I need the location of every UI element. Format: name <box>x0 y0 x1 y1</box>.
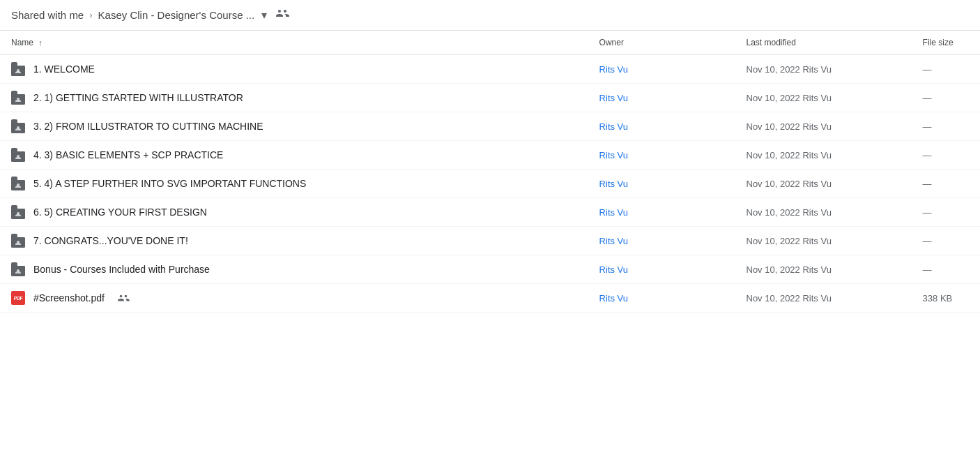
cell-name: 3. 2) FROM ILLUSTRATOR TO CUTTING MACHIN… <box>0 112 588 141</box>
cell-modified: Nov 10, 2022 Rits Vu <box>735 255 912 284</box>
folder-shared-icon <box>11 177 25 190</box>
cell-name: 6. 5) CREATING YOUR FIRST DESIGN <box>0 198 588 227</box>
svg-point-11 <box>17 212 20 215</box>
size-text: — <box>923 93 932 103</box>
cell-name: PDF #Screenshot.pdf <box>0 284 588 313</box>
modified-text: Nov 10, 2022 Rits Vu <box>747 121 832 132</box>
size-text: — <box>923 207 932 218</box>
file-name: 1. WELCOME <box>33 63 95 75</box>
cell-owner: Rits Vu <box>588 141 735 170</box>
table-row[interactable]: 2. 1) GETTING STARTED WITH ILLUSTRATOR R… <box>0 84 980 112</box>
folder-shared-icon <box>11 262 25 276</box>
owner-link[interactable]: Rits Vu <box>599 207 628 218</box>
folder-shared-icon <box>11 91 25 105</box>
people-badge <box>117 293 130 303</box>
table-row[interactable]: 4. 3) BASIC ELEMENTS + SCP PRACTICE Rits… <box>0 141 980 170</box>
owner-link[interactable]: Rits Vu <box>599 293 628 304</box>
cell-name: 4. 3) BASIC ELEMENTS + SCP PRACTICE <box>0 141 588 170</box>
cell-name: 5. 4) A STEP FURTHER INTO SVG IMPORTANT … <box>0 170 588 198</box>
table-row[interactable]: Bonus - Courses Included with Purchase R… <box>0 255 980 284</box>
table-row[interactable]: 3. 2) FROM ILLUSTRATOR TO CUTTING MACHIN… <box>0 112 980 141</box>
size-text: — <box>923 150 932 160</box>
col-header-owner[interactable]: Owner <box>588 31 735 55</box>
svg-point-9 <box>17 183 20 186</box>
owner-link[interactable]: Rits Vu <box>599 179 628 189</box>
file-name: 7. CONGRATS...YOU'VE DONE IT! <box>33 235 188 246</box>
cell-modified: Nov 10, 2022 Rits Vu <box>735 227 912 255</box>
col-header-size[interactable]: File size <box>912 31 980 55</box>
svg-point-3 <box>17 98 20 100</box>
svg-point-7 <box>17 155 20 158</box>
size-text: — <box>923 236 932 246</box>
cell-owner: Rits Vu <box>588 227 735 255</box>
cell-name: 1. WELCOME <box>0 55 588 84</box>
owner-link[interactable]: Rits Vu <box>599 93 628 103</box>
modified-text: Nov 10, 2022 Rits Vu <box>747 64 832 75</box>
cell-size: — <box>912 198 980 227</box>
owner-link[interactable]: Rits Vu <box>599 64 628 75</box>
modified-text: Nov 10, 2022 Rits Vu <box>747 207 832 218</box>
cell-owner: Rits Vu <box>588 55 735 84</box>
modified-text: Nov 10, 2022 Rits Vu <box>747 236 832 246</box>
svg-point-15 <box>17 269 20 272</box>
dropdown-icon[interactable]: ▾ <box>261 8 267 22</box>
folder-shared-icon <box>11 119 25 133</box>
cell-owner: Rits Vu <box>588 170 735 198</box>
modified-text: Nov 10, 2022 Rits Vu <box>747 264 832 275</box>
owner-link[interactable]: Rits Vu <box>599 236 628 246</box>
breadcrumb-shared[interactable]: Shared with me <box>11 9 84 21</box>
svg-point-1 <box>17 69 20 72</box>
table-row[interactable]: 5. 4) A STEP FURTHER INTO SVG IMPORTANT … <box>0 170 980 198</box>
file-name: 2. 1) GETTING STARTED WITH ILLUSTRATOR <box>33 92 243 103</box>
cell-size: — <box>912 112 980 141</box>
table-row[interactable]: 1. WELCOME Rits Vu Nov 10, 2022 Rits Vu … <box>0 55 980 84</box>
modified-text: Nov 10, 2022 Rits Vu <box>747 179 832 189</box>
cell-size: — <box>912 84 980 112</box>
cell-modified: Nov 10, 2022 Rits Vu <box>735 84 912 112</box>
pdf-icon: PDF <box>11 291 25 305</box>
owner-link[interactable]: Rits Vu <box>599 264 628 275</box>
cell-owner: Rits Vu <box>588 84 735 112</box>
size-text: — <box>923 64 932 75</box>
file-name: 4. 3) BASIC ELEMENTS + SCP PRACTICE <box>33 149 223 160</box>
file-table: Name ↑ Owner Last modified File size <box>0 31 980 313</box>
cell-owner: Rits Vu <box>588 255 735 284</box>
breadcrumb-current[interactable]: Kasey Clin - Designer's Course ... <box>98 9 255 21</box>
cell-owner: Rits Vu <box>588 284 735 313</box>
shared-people-icon[interactable] <box>275 8 289 22</box>
owner-link[interactable]: Rits Vu <box>599 150 628 160</box>
cell-size: — <box>912 255 980 284</box>
table-row[interactable]: 6. 5) CREATING YOUR FIRST DESIGN Rits Vu… <box>0 198 980 227</box>
cell-name: 7. CONGRATS...YOU'VE DONE IT! <box>0 227 588 255</box>
col-header-name[interactable]: Name ↑ <box>0 31 588 55</box>
header: Shared with me › Kasey Clin - Designer's… <box>0 0 980 31</box>
folder-shared-icon <box>11 205 25 219</box>
cell-size: — <box>912 170 980 198</box>
size-text: — <box>923 121 932 132</box>
folder-shared-icon <box>11 148 25 162</box>
breadcrumb-separator: › <box>89 10 92 20</box>
modified-text: Nov 10, 2022 Rits Vu <box>747 293 832 304</box>
cell-modified: Nov 10, 2022 Rits Vu <box>735 112 912 141</box>
cell-size: — <box>912 227 980 255</box>
size-text: 338 KB <box>923 293 953 304</box>
cell-modified: Nov 10, 2022 Rits Vu <box>735 284 912 313</box>
modified-text: Nov 10, 2022 Rits Vu <box>747 150 832 160</box>
size-text: — <box>923 179 932 189</box>
owner-link[interactable]: Rits Vu <box>599 121 628 132</box>
cell-modified: Nov 10, 2022 Rits Vu <box>735 141 912 170</box>
file-name: Bonus - Courses Included with Purchase <box>33 264 210 275</box>
svg-point-5 <box>17 126 20 129</box>
cell-name: 2. 1) GETTING STARTED WITH ILLUSTRATOR <box>0 84 588 112</box>
table-row[interactable]: 7. CONGRATS...YOU'VE DONE IT! Rits Vu No… <box>0 227 980 255</box>
modified-text: Nov 10, 2022 Rits Vu <box>747 93 832 103</box>
cell-size: 338 KB <box>912 284 980 313</box>
folder-shared-icon <box>11 62 25 76</box>
folder-shared-icon <box>11 234 25 248</box>
col-header-modified[interactable]: Last modified <box>735 31 912 55</box>
cell-owner: Rits Vu <box>588 198 735 227</box>
table-row[interactable]: PDF #Screenshot.pdf Rits Vu Nov 10, 2022… <box>0 284 980 313</box>
size-text: — <box>923 264 932 275</box>
cell-modified: Nov 10, 2022 Rits Vu <box>735 170 912 198</box>
file-name: 6. 5) CREATING YOUR FIRST DESIGN <box>33 207 207 218</box>
